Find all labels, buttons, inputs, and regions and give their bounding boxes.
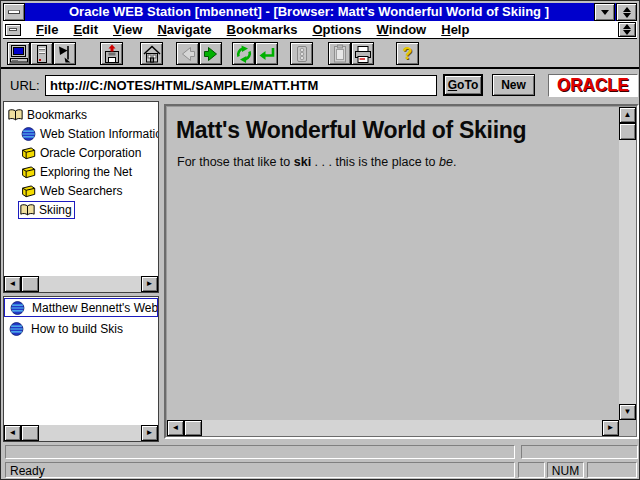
page-paragraph: For those that like to ski . . . this is… <box>177 155 456 169</box>
browser-frame: Matt's Wonderful World of Skiing For tho… <box>164 104 639 439</box>
status-cell-blank <box>518 462 545 478</box>
stop-light-icon <box>292 44 312 64</box>
bookmark-skiing[interactable]: Skiing <box>4 200 158 219</box>
menu-help[interactable]: Help <box>441 22 469 37</box>
status-row-upper <box>1 445 639 460</box>
home-button[interactable] <box>140 42 163 65</box>
return-button[interactable] <box>255 42 278 65</box>
window-control-menu-button[interactable] <box>3 3 25 21</box>
status-cell-blank <box>587 462 637 478</box>
scroll-right-button[interactable]: ► <box>141 425 158 441</box>
print-button[interactable] <box>351 42 374 65</box>
save-icon <box>102 44 122 64</box>
restore-down-icon <box>623 13 631 18</box>
doc-restore-up-icon <box>623 24 631 29</box>
print-icon <box>353 44 373 64</box>
scrollbar-track[interactable] <box>39 276 141 292</box>
bookmarks-h-scrollbar: ◄ ► <box>4 276 158 292</box>
status-message: Ready <box>5 462 515 478</box>
bookmark-oracle-corporation[interactable]: Oracle Corporation <box>4 143 158 162</box>
bookmark-web-station-information[interactable]: Web Station Information <box>4 124 158 143</box>
title-bar: Oracle WEB Station [mbennett] - [Browser… <box>3 3 637 21</box>
content-h-scrollbar: ◄ ► <box>167 420 619 436</box>
menu-edit[interactable]: Edit <box>73 22 98 37</box>
minimize-icon <box>601 10 609 15</box>
toolbar: ? <box>1 39 639 69</box>
menu-navigate[interactable]: Navigate <box>157 22 211 37</box>
clipboard-button[interactable] <box>328 42 351 65</box>
document-restore-button[interactable] <box>618 22 636 37</box>
menu-view[interactable]: View <box>113 22 142 37</box>
page-item-how-to-build-skis[interactable]: How to build Skis <box>4 319 158 338</box>
menu-options[interactable]: Options <box>312 22 361 37</box>
browser-viewport: Matt's Wonderful World of Skiing For tho… <box>166 106 637 437</box>
menu-bar: File Edit View Navigate Bookmarks Option… <box>3 21 637 39</box>
stop-light-button[interactable] <box>290 42 313 65</box>
scroll-down-button[interactable]: ▼ <box>619 404 636 420</box>
home-icon <box>142 44 162 64</box>
new-button[interactable]: New <box>492 74 535 96</box>
doc-restore-down-icon <box>623 30 631 35</box>
window-title: Oracle WEB Station [mbennett] - [Browser… <box>25 3 593 21</box>
flag-button[interactable] <box>53 42 76 65</box>
content-v-scrollbar: ▲ ▼ <box>619 107 636 420</box>
server-button[interactable] <box>30 42 53 65</box>
menu-bookmarks[interactable]: Bookmarks <box>227 22 298 37</box>
child-control-dash-icon <box>9 28 17 31</box>
goto-button[interactable]: GoTo <box>443 74 483 96</box>
server-icon <box>32 44 52 64</box>
reload-icon <box>234 44 254 64</box>
url-input[interactable] <box>45 75 437 96</box>
open-book-icon <box>20 203 35 217</box>
flag-icon <box>55 44 75 64</box>
page-title: Matt's Wonderful World of Skiing <box>176 117 526 144</box>
restore-up-icon <box>623 7 631 12</box>
return-icon <box>257 44 277 64</box>
page-item-matthew-bennetts-web-page[interactable]: Matthew Bennett's Web Pa <box>4 298 158 317</box>
menu-file[interactable]: File <box>36 22 58 37</box>
oracle-logo-panel: ORACLE <box>548 74 638 97</box>
forward-icon <box>201 44 221 64</box>
forward-button[interactable] <box>199 42 222 65</box>
help-icon: ? <box>403 46 413 62</box>
save-button[interactable] <box>100 42 123 65</box>
document-control-menu-button[interactable] <box>5 24 21 36</box>
scroll-right-button[interactable]: ► <box>141 276 158 292</box>
status-panel-right <box>521 445 638 459</box>
scroll-left-button[interactable]: ◄ <box>167 420 184 436</box>
back-icon <box>178 44 198 64</box>
status-panel-left <box>5 445 515 459</box>
bookmark-root[interactable]: Bookmarks <box>4 105 158 124</box>
back-button[interactable] <box>176 42 199 65</box>
scrollbar-track[interactable] <box>619 140 636 404</box>
minimize-button[interactable] <box>594 3 615 21</box>
restore-button[interactable] <box>616 3 637 21</box>
scroll-left-button[interactable]: ◄ <box>4 425 21 441</box>
computer-icon <box>9 44 29 64</box>
scrollbar-track[interactable] <box>202 420 602 436</box>
pages-panel: Matthew Bennett's Web Pa How to build Sk… <box>3 296 159 442</box>
computer-button[interactable] <box>7 42 30 65</box>
bookmarks-panel: Bookmarks Web Station Information Oracle… <box>3 101 159 293</box>
num-lock-indicator: NUM <box>547 462 584 478</box>
control-menu-dash-icon <box>8 10 20 14</box>
scroll-up-button[interactable]: ▲ <box>619 107 636 123</box>
book-icon <box>21 184 36 198</box>
scrollbar-thumb[interactable] <box>21 425 39 441</box>
scrollbar-track[interactable] <box>39 425 141 441</box>
book-icon <box>21 146 36 160</box>
selected-bookmark: Skiing <box>18 201 75 219</box>
scroll-right-button[interactable]: ► <box>602 420 619 436</box>
scrollbar-thumb[interactable] <box>184 420 202 436</box>
menu-window[interactable]: Window <box>377 22 427 37</box>
reload-button[interactable] <box>232 42 255 65</box>
oracle-logo: ORACLE <box>557 75 629 96</box>
open-book-icon <box>8 108 23 122</box>
scroll-left-button[interactable]: ◄ <box>4 276 21 292</box>
url-label: URL: <box>10 78 40 93</box>
scrollbar-thumb[interactable] <box>619 123 636 140</box>
scrollbar-thumb[interactable] <box>21 276 39 292</box>
help-button[interactable]: ? <box>396 42 419 65</box>
bookmark-web-searchers[interactable]: Web Searchers <box>4 181 158 200</box>
bookmark-exploring-the-net[interactable]: Exploring the Net <box>4 162 158 181</box>
